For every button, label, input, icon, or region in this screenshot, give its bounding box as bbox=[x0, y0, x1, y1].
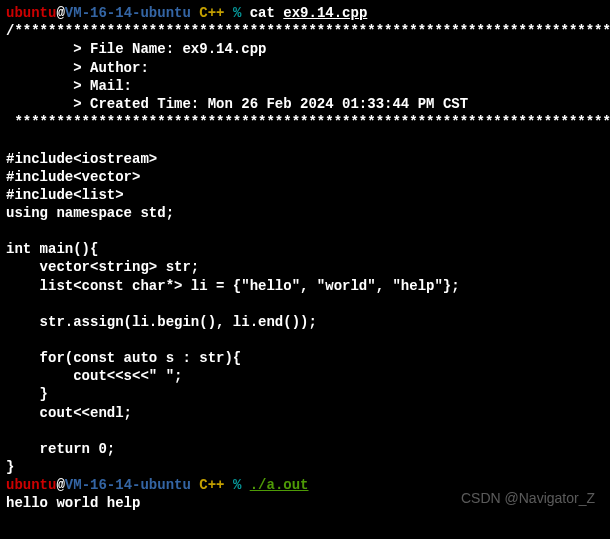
code-line-include-iostream: #include<iostream> bbox=[6, 150, 604, 168]
code-line-cout-s: cout<<s<<" "; bbox=[6, 367, 604, 385]
code-line-for: for(const auto s : str){ bbox=[6, 349, 604, 367]
header-border-top: /***************************************… bbox=[6, 22, 604, 40]
code-line-blank bbox=[6, 295, 604, 313]
mail-label: > Mail: bbox=[6, 78, 140, 94]
prompt-host: VM-16-14-ubuntu bbox=[65, 5, 191, 21]
file-name-label: > File Name: bbox=[6, 41, 182, 57]
code-line-list-decl: list<const char*> li = {"hello", "world"… bbox=[6, 277, 604, 295]
blank-line bbox=[6, 131, 604, 149]
code-line-assign: str.assign(li.begin(), li.end()); bbox=[6, 313, 604, 331]
created-value: Mon 26 Feb 2024 01:33:44 PM CST bbox=[208, 96, 468, 112]
code-line-vector-decl: vector<string> str; bbox=[6, 258, 604, 276]
header-created-time: > Created Time: Mon 26 Feb 2024 01:33:44… bbox=[6, 95, 604, 113]
code-line-include-list: #include<list> bbox=[6, 186, 604, 204]
code-line-close-brace: } bbox=[6, 458, 604, 476]
prompt-user: ubuntu bbox=[6, 477, 56, 493]
header-author: > Author: bbox=[6, 59, 604, 77]
prompt-percent: % bbox=[233, 477, 250, 493]
prompt-host: VM-16-14-ubuntu bbox=[65, 477, 191, 493]
prompt-line-1[interactable]: ubuntu@VM-16-14-ubuntu C++ % cat ex9.14.… bbox=[6, 4, 604, 22]
header-border-bottom: ****************************************… bbox=[6, 113, 604, 131]
prompt-path: C++ bbox=[191, 5, 233, 21]
code-line-include-vector: #include<vector> bbox=[6, 168, 604, 186]
code-line-using-namespace: using namespace std; bbox=[6, 204, 604, 222]
prompt-user: ubuntu bbox=[6, 5, 56, 21]
header-file-name: > File Name: ex9.14.cpp bbox=[6, 40, 604, 58]
prompt-path: C++ bbox=[191, 477, 233, 493]
cat-argument: ex9.14.cpp bbox=[283, 5, 367, 21]
code-line-blank bbox=[6, 331, 604, 349]
author-label: > Author: bbox=[6, 60, 157, 76]
command-cat: cat bbox=[250, 5, 284, 21]
file-name-value: ex9.14.cpp bbox=[182, 41, 266, 57]
code-line-cout-endl: cout<<endl; bbox=[6, 404, 604, 422]
created-label: > Created Time: bbox=[6, 96, 208, 112]
prompt-at: @ bbox=[56, 5, 64, 21]
header-mail: > Mail: bbox=[6, 77, 604, 95]
prompt-percent: % bbox=[233, 5, 250, 21]
prompt-at: @ bbox=[56, 477, 64, 493]
code-line-main: int main(){ bbox=[6, 240, 604, 258]
code-line-blank bbox=[6, 422, 604, 440]
code-line-blank bbox=[6, 222, 604, 240]
watermark: CSDN @Navigator_Z bbox=[461, 489, 595, 507]
code-line-brace: } bbox=[6, 385, 604, 403]
command-run: ./a.out bbox=[250, 477, 309, 493]
code-line-return: return 0; bbox=[6, 440, 604, 458]
